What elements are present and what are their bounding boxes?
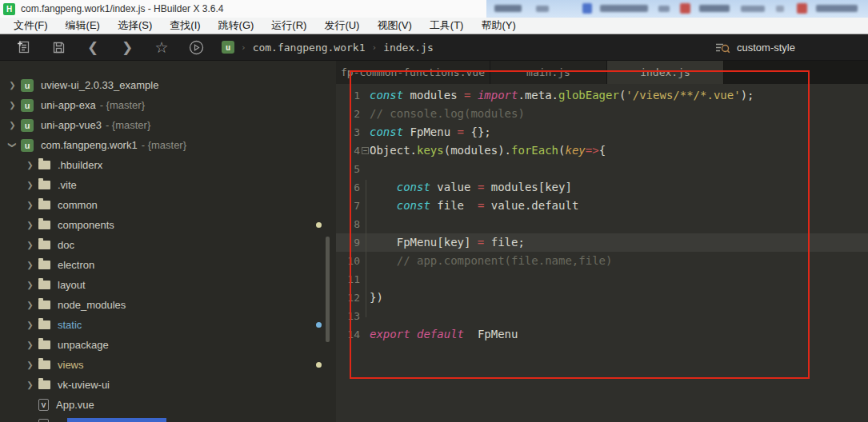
window-title: com.fangpeng.work1/index.js - HBuilder X… [21, 3, 223, 14]
menu-bar: 文件(F)编辑(E)选择(S)查找(I)跳转(G)运行(R)发行(U)视图(V)… [0, 18, 868, 34]
chevron-icon[interactable]: ❯ [24, 201, 36, 209]
menu-item[interactable]: 工具(T) [421, 18, 473, 34]
line-number: 8 [336, 215, 370, 233]
tree-item-partial[interactable] [0, 415, 336, 422]
tree-item-label: node_modules [58, 299, 126, 311]
folder-icon [38, 261, 50, 269]
hbuilderx-logo-icon: H [3, 3, 15, 15]
chevron-icon[interactable]: ❯ [24, 360, 36, 369]
tree-item-.vite[interactable]: ❯.vite [0, 175, 336, 195]
new-file-icon[interactable] [14, 37, 34, 58]
code-line-1[interactable]: 1const modules = import.meta.globEager('… [336, 86, 868, 105]
tree-item-label: com.fangpeng.work1 [41, 139, 138, 151]
tree-item-components[interactable]: ❯components [0, 215, 336, 235]
tree-item-App.vue[interactable]: VApp.vue [0, 395, 336, 415]
code-line-3[interactable]: 3const FpMenu = {}; [336, 123, 868, 141]
tree-item-vk-uview-ui[interactable]: ❯vk-uview-ui [0, 375, 336, 395]
tree-item-.hbuilderx[interactable]: ❯.hbuilderx [0, 155, 336, 175]
tree-item-label: vk-uview-ui [58, 379, 110, 391]
modified-dot [316, 322, 322, 328]
uniapp-icon: u [21, 79, 34, 92]
code-line-8[interactable]: 8 [336, 215, 868, 233]
breadcrumb-file[interactable]: index.js [383, 42, 434, 54]
tab-fp-common-functions.vue[interactable]: fp-common-functions.vue [336, 61, 490, 84]
tree-item-label: uni-app-exa [41, 99, 96, 111]
tree-item-label: electron [58, 259, 94, 271]
tree-item-doc[interactable]: ❯doc [0, 235, 336, 255]
tree-item-unpackage[interactable]: ❯unpackage [0, 335, 336, 355]
chevron-icon[interactable]: ❯ [24, 380, 36, 389]
folder-icon [38, 320, 50, 329]
code-line-10[interactable]: 10 // app.component(file.name,file) [336, 252, 868, 270]
tab-main.js[interactable]: main.js [490, 61, 607, 84]
chevron-icon[interactable]: ❯ [24, 281, 36, 289]
tree-item-node_modules[interactable]: ❯node_modules [0, 295, 336, 315]
code-line-6[interactable]: 6 const value = modules[key] [336, 178, 868, 197]
code-line-2[interactable]: 2// console.log(modules) [336, 105, 868, 123]
breadcrumb: u › com.fangpeng.work1 › index.js [222, 41, 434, 54]
tree-item-layout[interactable]: ❯layout [0, 275, 336, 295]
search-in-files[interactable]: custom-style [714, 34, 795, 61]
chevron-icon[interactable]: ❯ [24, 340, 36, 349]
chevron-icon[interactable]: ❯ [6, 121, 18, 129]
back-icon[interactable]: ❮ [82, 37, 103, 58]
sidebar-scrollbar[interactable] [326, 237, 330, 342]
chevron-icon[interactable]: ❯ [24, 161, 36, 169]
forward-icon[interactable]: ❯ [117, 37, 138, 58]
code-line-4[interactable]: 4−Object.keys(modules).forEach(key=>{ [336, 141, 868, 160]
tree-item-electron[interactable]: ❯electron [0, 255, 336, 275]
menu-item[interactable]: 查找(I) [161, 18, 209, 34]
code-line-11[interactable]: 11 [336, 270, 868, 289]
code-line-13[interactable]: 13 [336, 307, 868, 325]
folder-icon [38, 161, 50, 169]
chevron-icon[interactable]: ❯ [24, 261, 36, 269]
uniapp-icon: u [21, 119, 34, 132]
tree-item-static[interactable]: ❯static [0, 315, 336, 335]
run-icon[interactable] [186, 37, 206, 58]
menu-item[interactable]: 发行(U) [315, 18, 368, 34]
editor-pane: fp-common-functions.vuemain.jsindex.js 1… [336, 61, 868, 422]
line-number: 4− [336, 141, 370, 160]
code-text: Object.keys(modules).forEach(key=>{ [370, 141, 606, 160]
tree-item-uni-app-vue3[interactable]: ❯uuni-app-vue3- {master} [0, 115, 336, 135]
chevron-icon[interactable]: ❯ [6, 81, 18, 90]
tab-index.js[interactable]: index.js [607, 61, 724, 84]
git-branch-label: - {master} [106, 119, 150, 131]
tree-item-com.fangpeng.work1[interactable]: ❯ucom.fangpeng.work1- {master} [0, 135, 336, 155]
chevron-icon[interactable]: ❯ [24, 301, 36, 309]
folder-icon [38, 380, 50, 389]
menu-item[interactable]: 帮助(Y) [472, 18, 524, 34]
tree-item-label: common [58, 199, 98, 211]
code-line-14[interactable]: 14export default FpMenu [336, 325, 868, 344]
tree-item-label: layout [58, 279, 86, 291]
menu-item[interactable]: 文件(F) [5, 18, 57, 34]
uniapp-project-icon: u [222, 41, 234, 54]
favorite-icon[interactable]: ☆ [151, 37, 172, 58]
tree-item-uni-app-exa[interactable]: ❯uuni-app-exa- {master} [0, 95, 336, 115]
code-line-9[interactable]: 9 FpMenu[key] = file; [336, 233, 868, 252]
tree-item-views[interactable]: ❯views [0, 355, 336, 375]
chevron-icon[interactable]: ❯ [8, 139, 17, 151]
menu-item[interactable]: 跳转(G) [210, 18, 263, 34]
fold-toggle-icon[interactable]: − [362, 147, 369, 154]
search-query-label[interactable]: custom-style [737, 42, 795, 54]
tree-item-common[interactable]: ❯common [0, 195, 336, 215]
chevron-icon[interactable]: ❯ [24, 181, 36, 189]
chevron-icon[interactable]: ❯ [6, 101, 18, 109]
code-line-12[interactable]: 12}) [336, 289, 868, 307]
code-area[interactable]: 1const modules = import.meta.globEager('… [336, 84, 868, 344]
menu-item[interactable]: 视图(V) [368, 18, 420, 34]
save-icon[interactable] [48, 37, 69, 58]
code-line-7[interactable]: 7 const file = value.default [336, 197, 868, 215]
tree-item-label: .hbuilderx [58, 159, 102, 171]
chevron-icon[interactable]: ❯ [24, 241, 36, 249]
menu-item[interactable]: 运行(R) [262, 18, 315, 34]
chevron-icon[interactable]: ❯ [24, 221, 36, 229]
menu-item[interactable]: 编辑(E) [57, 18, 109, 34]
code-line-5[interactable]: 5 [336, 160, 868, 178]
tree-item-uview-ui_2.0.33_example[interactable]: ❯uuview-ui_2.0.33_example [0, 75, 336, 95]
chevron-icon[interactable]: ❯ [24, 320, 36, 329]
menu-item[interactable]: 选择(S) [109, 18, 161, 34]
selected-row-highlight [67, 418, 166, 422]
breadcrumb-project[interactable]: com.fangpeng.work1 [253, 42, 366, 54]
